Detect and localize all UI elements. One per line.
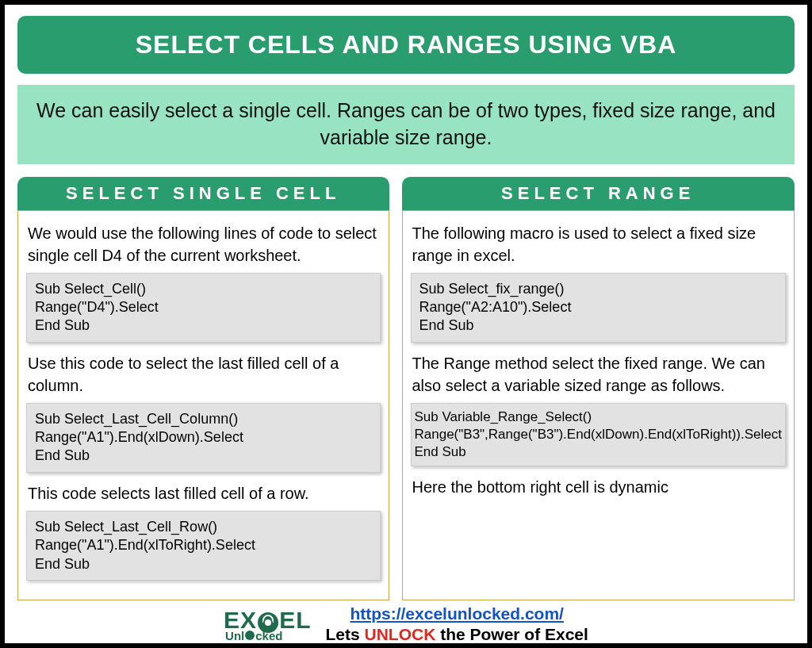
lock-icon [245,631,255,640]
excel-unlocked-logo: EX EL Unl cked [224,607,311,642]
footer-bar: EX EL Unl cked https://excelunlocked.com… [17,600,795,646]
paragraph-text: The following macro is used to select a … [412,222,785,266]
paragraph-text: This code selects last filled cell of a … [28,482,379,504]
page-title: SELECT CELLS AND RANGES USING VBA [17,16,795,74]
paragraph-text: We would use the following lines of code… [28,222,379,266]
subtitle-text: We can easily select a single cell. Rang… [17,85,795,164]
code-block: Sub Variable_Range_Select() Range("B3",R… [411,403,787,466]
left-column-header: SELECT SINGLE CELL [17,177,389,210]
paragraph-text: Here the bottom right cell is dynamic [412,476,785,498]
right-column: SELECT RANGE The following macro is used… [402,177,795,601]
right-column-header: SELECT RANGE [402,177,795,210]
tagline-text: Lets UNLOCK the Power of Excel [325,625,588,643]
code-block: Sub Select_fix_range() Range("A2:A10").S… [411,273,787,343]
code-block: Sub Select_Cell() Range("D4").Select End… [26,273,381,343]
paragraph-text: Use this code to select the last filled … [28,352,379,397]
paragraph-text: The Range method select the fixed range.… [412,352,785,397]
code-block: Sub Select_Last_Cell_Row() Range("A1").E… [26,511,381,581]
code-block: Sub Select_Last_Cell_Column() Range("A1"… [26,403,381,473]
left-column: SELECT SINGLE CELL We would use the foll… [17,177,389,601]
lock-icon [258,612,278,633]
website-link[interactable]: https://excelunlocked.com/ [350,604,564,623]
logo-subtext-part: Unl [225,629,244,642]
logo-text-part: EL [279,607,311,634]
